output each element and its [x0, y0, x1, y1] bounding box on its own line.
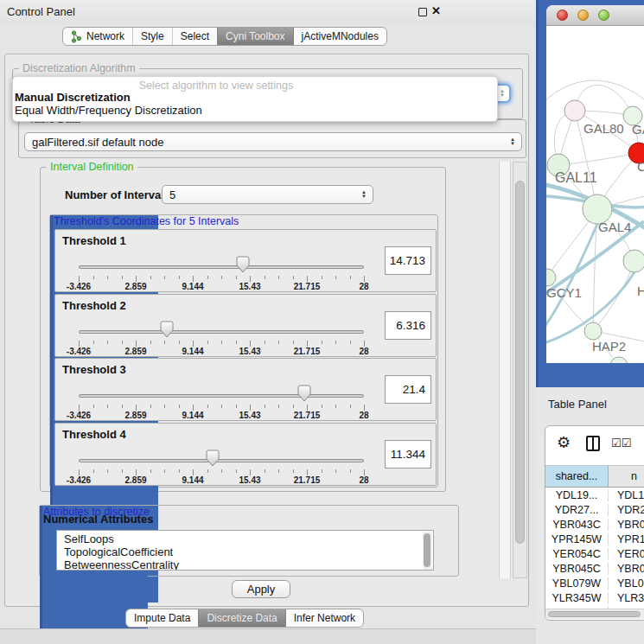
- cell-shared-name[interactable]: YDL19...: [545, 489, 609, 501]
- inner-scrollbar-groove[interactable]: [499, 162, 511, 578]
- table-row[interactable]: YBR043CYBR0: [545, 517, 644, 532]
- tick-mark: [179, 469, 180, 473]
- threshold-value-box[interactable]: 14.713: [385, 246, 431, 275]
- cell-shared-name[interactable]: YLR345W: [545, 592, 609, 604]
- node-label: GA: [632, 122, 644, 137]
- tab-impute-data[interactable]: Impute Data: [126, 609, 198, 627]
- slider-thumb[interactable]: [206, 450, 220, 467]
- tick-mark: [93, 341, 94, 344]
- cell-name[interactable]: YLR3: [609, 592, 644, 604]
- table-row[interactable]: YDL19...YDL1: [545, 488, 644, 502]
- tick-mark: [164, 341, 165, 344]
- tick-mark: [250, 469, 251, 475]
- network-node[interactable]: [564, 100, 585, 121]
- checkboxes-icon[interactable]: ☑☑: [611, 437, 631, 450]
- attribute-item[interactable]: TopologicalCoefficient: [64, 545, 433, 558]
- tab-infer-network[interactable]: Infer Network: [285, 609, 363, 627]
- scale-label: 9.144: [182, 475, 203, 485]
- apply-button[interactable]: Apply: [232, 580, 290, 598]
- table-row[interactable]: YBL079WYBL0: [545, 576, 644, 590]
- columns-icon[interactable]: [586, 436, 600, 451]
- window-title: Control Panel: [7, 5, 75, 18]
- attribute-item[interactable]: SelfLoops: [64, 532, 433, 545]
- table-row[interactable]: YDR27...YDR2: [545, 502, 644, 517]
- cell-name[interactable]: YDR2: [609, 504, 644, 516]
- slider-thumb[interactable]: [236, 256, 250, 273]
- zoom-button[interactable]: [598, 10, 609, 21]
- slider-thumb[interactable]: [297, 385, 311, 402]
- threshold-value-box[interactable]: 6.316: [385, 311, 431, 340]
- cell-name[interactable]: YER0: [609, 548, 644, 560]
- panel-scrollbar[interactable]: [513, 162, 527, 578]
- network-node[interactable]: [623, 250, 644, 272]
- slider-track[interactable]: [79, 330, 364, 334]
- cell-shared-name[interactable]: YBR045C: [545, 563, 609, 575]
- attributes-scrollbar[interactable]: [423, 532, 432, 570]
- slider-track[interactable]: [79, 265, 364, 269]
- table-horizontal-scrollbar[interactable]: [545, 609, 644, 619]
- slider-track[interactable]: [79, 394, 364, 398]
- tick-mark: [150, 405, 151, 408]
- tick-mark: [265, 405, 265, 408]
- close-icon[interactable]: ✕: [431, 4, 441, 17]
- scale-label: 21.715: [294, 475, 321, 485]
- column-header-shared-name[interactable]: shared...: [545, 466, 609, 487]
- tab-network[interactable]: Network: [63, 28, 132, 45]
- column-header-name[interactable]: n: [609, 466, 644, 487]
- tick-mark: [164, 405, 165, 408]
- tick-mark: [150, 276, 151, 279]
- threshold-value-box[interactable]: 21.4: [385, 375, 431, 404]
- tick-mark: [107, 341, 108, 344]
- tick-mark: [93, 469, 94, 473]
- slider-thumb[interactable]: [160, 321, 174, 338]
- network-canvas[interactable]: GAL80 GA C GAL11 GAL4 GCY1 H HAP2: [546, 26, 644, 363]
- table-row[interactable]: YBR045CYBR0: [545, 561, 644, 576]
- tab-style[interactable]: Style: [132, 28, 172, 45]
- tick-mark: [364, 341, 365, 347]
- tick-mark: [179, 341, 180, 344]
- table-row[interactable]: YER054CYER0: [545, 546, 644, 561]
- scrollbar-thumb[interactable]: [548, 611, 641, 617]
- tick-mark: [207, 405, 208, 408]
- tick-mark: [150, 341, 151, 344]
- network-node[interactable]: [584, 322, 602, 340]
- cell-shared-name[interactable]: YBR043C: [545, 519, 609, 531]
- tick-mark: [322, 276, 322, 279]
- slider-track[interactable]: [79, 459, 364, 462]
- tick-mark: [207, 276, 208, 279]
- threshold-value-box[interactable]: 11.344: [385, 440, 431, 469]
- cell-shared-name[interactable]: YDR27...: [545, 504, 609, 516]
- number-of-intervals-combobox[interactable]: 5 ▲▼: [162, 185, 373, 204]
- cell-name[interactable]: YPR1: [609, 533, 644, 545]
- attributes-list[interactable]: SelfLoopsTopologicalCoefficientBetweenne…: [56, 530, 434, 571]
- float-window-icon[interactable]: [418, 8, 427, 16]
- table-row[interactable]: YLR345WYLR3: [545, 590, 644, 605]
- tick-mark: [322, 405, 322, 408]
- scrollbar-thumb[interactable]: [515, 181, 525, 544]
- tab-cyni-toolbox[interactable]: Cyni Toolbox: [217, 28, 292, 45]
- tick-mark: [122, 469, 123, 473]
- gear-icon[interactable]: ⚙: [557, 433, 571, 452]
- cell-name[interactable]: YBR0: [609, 563, 644, 575]
- spinner-icon: ▲▼: [510, 137, 515, 146]
- cell-shared-name[interactable]: YPR145W: [545, 533, 609, 545]
- cell-name[interactable]: YBR0: [609, 519, 644, 531]
- attribute-item[interactable]: BetweennessCentrality: [64, 558, 433, 571]
- dropdown-item-manual-discretization[interactable]: Manual Discretization: [15, 91, 131, 104]
- minimize-button[interactable]: [577, 10, 589, 21]
- table-row[interactable]: YPR145WYPR1: [545, 532, 644, 546]
- network-node[interactable]: [546, 269, 556, 286]
- cell-shared-name[interactable]: YBL079W: [545, 577, 609, 590]
- cell-name[interactable]: YDL1: [609, 489, 644, 501]
- cell-shared-name[interactable]: YER054C: [545, 548, 609, 560]
- control-panel-window: Control Panel ✕ NetworkStyleSelectCyni T…: [0, 0, 536, 644]
- tick-mark: [265, 341, 265, 344]
- cell-name[interactable]: YBL0: [609, 577, 644, 590]
- tick-mark: [293, 469, 294, 473]
- dropdown-item-equal-width-frequency[interactable]: Equal Width/Frequency Discretization: [15, 104, 202, 117]
- tab-select[interactable]: Select: [172, 28, 217, 45]
- tab-jactivemnodules[interactable]: jActiveMNodules: [293, 28, 386, 45]
- close-button[interactable]: [557, 10, 568, 21]
- tab-discretize-data[interactable]: Discretize Data: [198, 609, 284, 627]
- table-data-combobox[interactable]: galFiltered.sif default node ▲▼: [24, 132, 522, 151]
